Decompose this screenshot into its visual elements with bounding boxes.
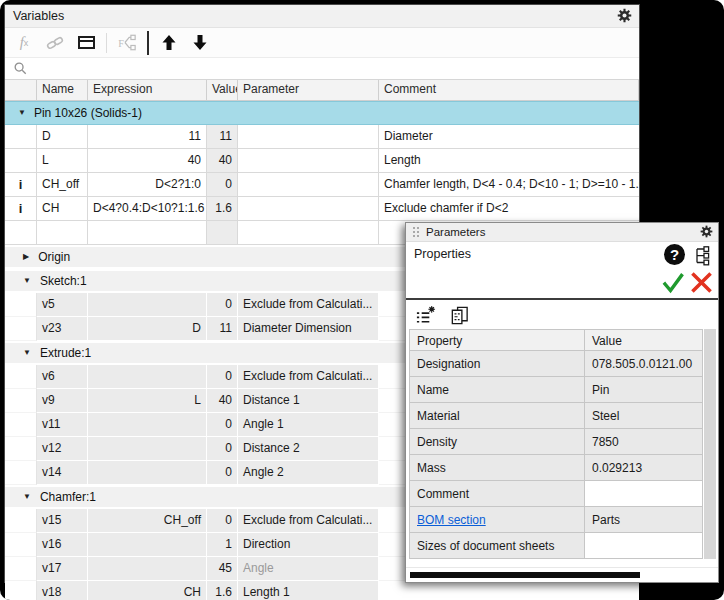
name-cell[interactable] (37, 221, 88, 245)
name-cell[interactable]: v23 (37, 317, 88, 341)
expression-cell[interactable] (88, 221, 207, 245)
comment-cell[interactable]: Chamfer length, D<4 - 0.4; D<10 - 1; D>=… (379, 173, 639, 197)
name-cell[interactable]: D (37, 125, 88, 149)
property-row: Mass 0.029213 (409, 455, 703, 481)
expression-cell[interactable] (88, 557, 207, 581)
name-cell[interactable]: v18 (37, 581, 88, 600)
name-cell[interactable]: CH (37, 197, 88, 221)
parameter-cell[interactable] (238, 197, 379, 221)
name-cell[interactable]: v15 (37, 509, 88, 533)
table-glyph (78, 36, 95, 49)
row-status-cell (5, 461, 37, 485)
expression-cell[interactable]: D (88, 317, 207, 341)
expression-cell[interactable] (88, 365, 207, 389)
info-icon: i (5, 197, 37, 221)
column-header-icon (5, 80, 37, 100)
row-status-cell (5, 533, 37, 557)
chevron-expanded-icon[interactable]: ▼ (23, 349, 31, 357)
comment-cell[interactable]: Diameter (379, 125, 639, 149)
link-icon[interactable] (44, 32, 66, 54)
expression-cell[interactable] (88, 461, 207, 485)
property-value[interactable]: Pin (585, 377, 703, 403)
function-icon[interactable]: fx (13, 32, 35, 54)
chevron-expanded-icon[interactable]: ▼ (23, 277, 31, 285)
parameters-title-bar[interactable]: Parameters (406, 223, 718, 242)
expression-cell[interactable] (88, 533, 207, 557)
comment-cell[interactable]: Length (379, 149, 639, 173)
cancel-button[interactable] (689, 270, 714, 295)
property-value[interactable]: Parts (585, 507, 703, 533)
comment-cell[interactable]: Exclude chamfer if D<2 (379, 197, 639, 221)
bom-section-link[interactable]: BOM section (417, 513, 486, 527)
property-row: BOM section Parts (409, 507, 703, 533)
name-cell[interactable]: v5 (37, 293, 88, 317)
row-status-cell (5, 557, 37, 581)
expression-cell[interactable]: 40 (88, 149, 207, 173)
property-row: Comment (409, 481, 703, 507)
properties-table: Property Value Designation 078.505.0.012… (409, 329, 703, 559)
chevron-expanded-icon[interactable]: ▼ (23, 493, 31, 501)
comment-cell[interactable] (379, 581, 639, 600)
value-cell: 1.6 (207, 581, 238, 600)
name-cell[interactable]: v6 (37, 365, 88, 389)
name-cell[interactable]: v9 (37, 389, 88, 413)
gear-icon[interactable] (700, 225, 713, 238)
property-value[interactable]: 7850 (585, 429, 703, 455)
name-cell[interactable]: CH_off (37, 173, 88, 197)
property-value[interactable]: Steel (585, 403, 703, 429)
property-name: Material (409, 403, 585, 429)
parameter-cell[interactable] (238, 173, 379, 197)
property-value[interactable]: 0.029213 (585, 455, 703, 481)
name-cell[interactable]: v11 (37, 413, 88, 437)
name-cell[interactable]: v12 (37, 437, 88, 461)
expression-cell[interactable]: D<4?0.4:D<10?1:1.6 (88, 197, 207, 221)
row-status-cell (5, 149, 37, 173)
value-cell: 40 (207, 389, 238, 413)
property-name: BOM section (409, 507, 585, 533)
column-header-comment: Comment (379, 80, 639, 100)
variables-list-icon[interactable] (75, 32, 97, 54)
structure-tree-icon[interactable] (692, 245, 712, 266)
gear-icon[interactable] (617, 8, 632, 23)
property-list-settings-icon[interactable] (414, 304, 436, 326)
confirm-button[interactable] (661, 271, 685, 295)
move-down-button[interactable] (189, 32, 211, 54)
property-value[interactable] (585, 481, 703, 507)
horizontal-scrollbar-track[interactable] (406, 567, 718, 582)
move-up-button[interactable] (158, 32, 180, 54)
help-button[interactable]: ? (664, 244, 685, 265)
name-cell[interactable]: v14 (37, 461, 88, 485)
document-copy-icon[interactable] (448, 304, 470, 326)
name-cell[interactable]: L (37, 149, 88, 173)
vertical-scrollbar[interactable] (704, 329, 716, 559)
variables-title-bar: Variables (5, 5, 639, 28)
expression-cell[interactable]: CH_off (88, 509, 207, 533)
drag-grip-icon[interactable] (412, 227, 420, 238)
row-status-cell (5, 365, 37, 389)
expression-cell[interactable]: L (88, 389, 207, 413)
name-cell[interactable]: v16 (37, 533, 88, 557)
group-row-solid[interactable]: ▼ Pin 10x26 (Solids-1) (5, 101, 639, 125)
toolbar-separator (106, 33, 107, 53)
parameter-cell: Diameter Dimension (238, 317, 379, 341)
expression-cell[interactable]: CH (88, 581, 207, 600)
search-input[interactable] (5, 58, 639, 80)
section-label: Properties (414, 247, 471, 261)
horizontal-scrollbar-thumb[interactable] (410, 572, 640, 578)
property-value[interactable] (585, 533, 703, 559)
name-cell[interactable]: v17 (37, 557, 88, 581)
parameter-cell[interactable] (238, 149, 379, 173)
parameter-cell: Exclude from Calculati... (238, 365, 379, 389)
expression-cell[interactable] (88, 293, 207, 317)
expression-cell[interactable] (88, 413, 207, 437)
expression-cell[interactable]: D<2?1:0 (88, 173, 207, 197)
chevron-expanded-icon[interactable]: ▼ (18, 109, 26, 117)
property-row: Density 7850 (409, 429, 703, 455)
expression-cell[interactable]: 11 (88, 125, 207, 149)
property-value[interactable]: 078.505.0.0121.00 (585, 351, 703, 377)
expression-cell[interactable] (88, 437, 207, 461)
external-variable-icon[interactable]: F (116, 32, 138, 54)
parameter-cell[interactable] (238, 125, 379, 149)
chevron-collapsed-icon[interactable]: ▶ (23, 253, 29, 261)
parameter-cell[interactable] (238, 221, 379, 245)
